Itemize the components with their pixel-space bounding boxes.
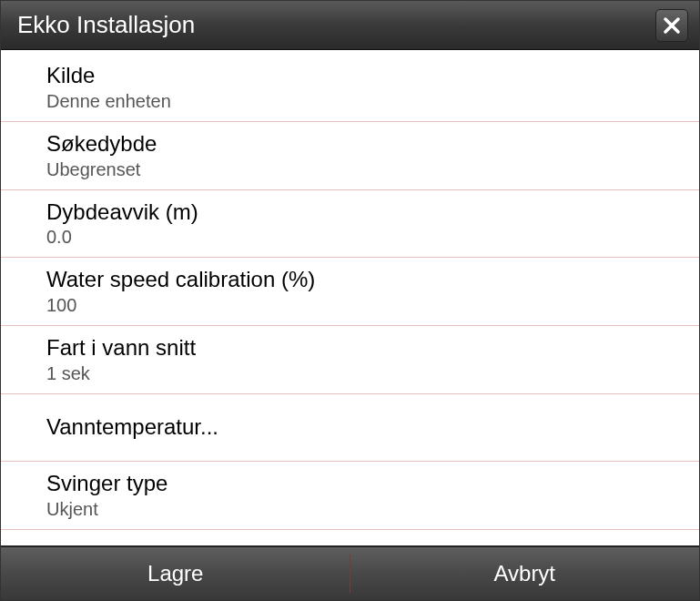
- setting-kilde[interactable]: Kilde Denne enheten: [1, 50, 699, 122]
- dialog-header: Ekko Installasjon: [1, 1, 699, 50]
- setting-label: Water speed calibration (%): [46, 267, 681, 293]
- setting-label: Svinger type: [46, 471, 681, 497]
- setting-label: Fart i vann snitt: [46, 335, 681, 362]
- setting-svinger-type[interactable]: Svinger type Ukjent: [1, 462, 699, 530]
- setting-value: 100: [46, 295, 681, 316]
- setting-value: Ubegrenset: [46, 159, 681, 180]
- dialog-title: Ekko Installasjon: [17, 11, 195, 39]
- setting-dybdeavvik[interactable]: Dybdeavvik (m) 0.0: [1, 190, 699, 259]
- setting-label: Vanntemperatur...: [46, 414, 681, 441]
- setting-value: 0.0: [46, 227, 681, 248]
- close-button[interactable]: [655, 9, 688, 42]
- setting-value: Denne enheten: [46, 91, 681, 112]
- setting-water-speed-calibration[interactable]: Water speed calibration (%) 100: [1, 258, 699, 326]
- save-button[interactable]: Lagre: [1, 547, 350, 600]
- cancel-button[interactable]: Avbryt: [350, 547, 700, 600]
- dialog-footer: Lagre Avbryt: [1, 545, 699, 600]
- setting-value: 1 sek: [46, 363, 681, 384]
- setting-label: Dybdeavvik (m): [46, 199, 681, 226]
- setting-label: Kilde: [46, 63, 681, 89]
- setting-vanntemperatur[interactable]: Vanntemperatur...: [1, 394, 699, 462]
- setting-fart-i-vann-snitt[interactable]: Fart i vann snitt 1 sek: [1, 326, 699, 394]
- close-icon: [663, 16, 681, 35]
- setting-value: Ukjent: [46, 499, 681, 520]
- settings-list: Kilde Denne enheten Søkedybde Ubegrenset…: [1, 50, 699, 545]
- setting-sokedybde[interactable]: Søkedybde Ubegrenset: [1, 122, 699, 190]
- setting-label: Søkedybde: [46, 131, 681, 158]
